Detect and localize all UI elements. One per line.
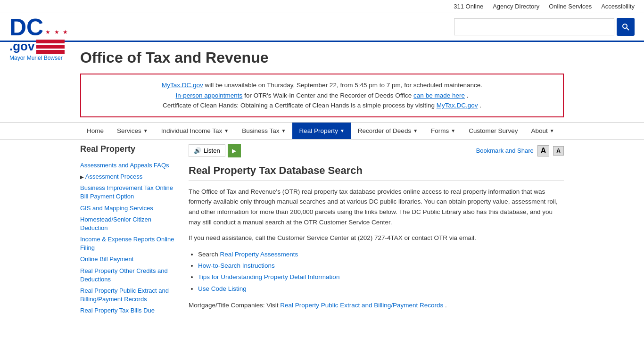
readaloud-button[interactable]: 🔊 Listen: [189, 144, 225, 157]
top-bar: 311 Online Agency Directory Online Servi…: [0, 0, 644, 13]
nav-business-tax[interactable]: Business Tax ▼: [235, 123, 292, 139]
search-area: [454, 18, 635, 36]
chevron-down-icon: ▼: [224, 128, 229, 133]
chevron-down-icon: ▼: [340, 128, 345, 133]
main-content: Real Property Assessments and Appeals FA…: [0, 144, 644, 317]
logo-dc-text: DC: [9, 16, 43, 39]
sidebar-item-tax-bills[interactable]: Real Property Tax Bills Due: [80, 305, 179, 316]
mortgage-link[interactable]: Real Property Public Extract and Billing…: [280, 302, 443, 309]
nav-recorder-deeds[interactable]: Recorder of Deeds ▼: [351, 123, 424, 139]
alert-inperson-link[interactable]: In-person appointments: [176, 92, 243, 99]
svg-point-0: [623, 24, 627, 28]
top-bar-online-services[interactable]: Online Services: [549, 3, 592, 10]
content-para2: If you need assistance, call the Custome…: [189, 233, 564, 243]
play-icon: ▶: [232, 148, 236, 154]
nav-services[interactable]: Services ▼: [110, 123, 155, 139]
chevron-down-icon: ▼: [281, 128, 286, 133]
mayor-link[interactable]: Mayor Muriel Bowser: [9, 55, 69, 61]
alert-line2: In-person appointments for OTR's Walk-In…: [91, 90, 553, 101]
alert-line2-text: for OTR's Walk-In Center and the Recorde…: [244, 92, 413, 99]
content-area: 🔊 Listen ▶ Bookmark and Share A A Real P…: [189, 144, 564, 317]
nav-income-tax[interactable]: Individual Income Tax ▼: [155, 123, 235, 139]
sidebar-item-homestead[interactable]: Homestead/Senior Citizen Deduction: [80, 214, 179, 234]
top-bar-agency[interactable]: Agency Directory: [493, 3, 539, 10]
sidebar-item-online-bill[interactable]: Online Bill Payment: [80, 254, 179, 265]
top-bar-311[interactable]: 311 Online: [454, 3, 483, 10]
logo-red-bars: [36, 40, 65, 54]
nav-about[interactable]: About ▼: [525, 123, 561, 139]
play-button[interactable]: ▶: [228, 144, 241, 157]
alert-mytax-link1[interactable]: MyTax.DC.gov: [162, 82, 203, 89]
nav-forms[interactable]: Forms ▼: [424, 123, 462, 139]
link-howto-search[interactable]: How-to-Search Instructions: [198, 262, 275, 269]
chevron-down-icon: ▼: [413, 128, 418, 133]
search-button[interactable]: [617, 18, 635, 36]
sidebar: Real Property Assessments and Appeals FA…: [80, 144, 179, 317]
list-item: Search Real Property Assessments: [198, 249, 564, 260]
top-bar-accessibility[interactable]: Accessibility: [601, 3, 635, 10]
link-real-property-assessments[interactable]: Real Property Assessments: [220, 251, 298, 258]
list-item: Tips for Understanding Property Detail I…: [198, 272, 564, 283]
bookmark-share-link[interactable]: Bookmark and Share: [476, 147, 534, 154]
logo-stars: ★ ★ ★: [45, 29, 69, 35]
speaker-icon: 🔊: [194, 147, 201, 154]
content-para1: The Office of Tax and Revenue's (OTR) re…: [189, 187, 564, 227]
alert-madhere-link[interactable]: can be made here: [413, 92, 465, 99]
header: DC ★ ★ ★ .gov Mayor Muriel Bowser: [0, 13, 644, 42]
list-item: How-to-Search Instructions: [198, 260, 564, 272]
alert-line3-text: Certificate of Clean Hands: Obtaining a …: [163, 102, 437, 109]
svg-line-1: [627, 28, 629, 30]
content-title: Real Property Tax Database Search: [189, 165, 564, 181]
listen-controls: 🔊 Listen ▶: [189, 144, 241, 157]
search-icon: [622, 23, 629, 31]
sidebar-item-business-improvement[interactable]: Business Improvement Tax Online Bill Pay…: [80, 182, 179, 202]
sidebar-item-income-expense[interactable]: Income & Expense Reports Online Filing: [80, 234, 179, 254]
alert-mytax-link2[interactable]: MyTax.DC.gov: [437, 102, 478, 109]
alert-line3: Certificate of Clean Hands: Obtaining a …: [91, 100, 553, 111]
link-use-code[interactable]: Use Code Listing: [198, 285, 247, 292]
sidebar-item-assessment-process[interactable]: Assessment Process: [80, 171, 179, 182]
sidebar-item-assessments-appeals[interactable]: Assessments and Appeals FAQs: [80, 160, 179, 171]
chevron-down-icon: ▼: [550, 128, 554, 133]
chevron-down-icon: ▼: [143, 128, 148, 133]
listen-label: Listen: [204, 147, 220, 154]
logo-gov-text: .gov: [9, 39, 34, 54]
nav-customer-survey[interactable]: Customer Survey: [462, 123, 524, 139]
content-list: Search Real Property Assessments How-to-…: [198, 249, 564, 295]
alert-box: MyTax.DC.gov will be unavailable on Thur…: [80, 74, 564, 117]
main-nav: Home Services ▼ Individual Income Tax ▼ …: [0, 122, 644, 140]
alert-line1-text: will be unavailable on Thursday, Septemb…: [205, 82, 482, 89]
nav-real-property[interactable]: Real Property ▼: [292, 123, 351, 139]
alert-line1: MyTax.DC.gov will be unavailable on Thur…: [91, 80, 553, 90]
sidebar-title: Real Property: [80, 144, 179, 154]
mortgage-end: .: [445, 302, 447, 309]
search-input[interactable]: [454, 18, 614, 35]
page-title-area: Office of Tax and Revenue: [0, 42, 644, 69]
page-title: Office of Tax and Revenue: [80, 49, 564, 66]
logo-area: DC ★ ★ ★ .gov Mayor Muriel Bowser: [9, 16, 69, 61]
sidebar-item-gis[interactable]: GIS and Mapping Services: [80, 203, 179, 214]
toolbar-right: Bookmark and Share A A: [476, 145, 564, 156]
chevron-down-icon: ▼: [451, 128, 455, 133]
sidebar-item-other-credits[interactable]: Real Property Other Credits and Deductio…: [80, 265, 179, 285]
sidebar-item-public-extract[interactable]: Real Property Public Extract and Billing…: [80, 285, 179, 305]
font-decrease-button[interactable]: A: [553, 146, 564, 156]
nav-home[interactable]: Home: [80, 123, 110, 139]
link-tips-understanding[interactable]: Tips for Understanding Property Detail I…: [198, 273, 339, 280]
content-toolbar: 🔊 Listen ▶ Bookmark and Share A A: [189, 144, 564, 157]
mortgage-text: Mortgage/Title Companies: Visit: [189, 302, 280, 309]
font-increase-button[interactable]: A: [537, 145, 550, 156]
dc-gov-logo: DC ★ ★ ★ .gov: [9, 16, 69, 54]
list-item: Use Code Listing: [198, 283, 564, 295]
mortgage-para: Mortgage/Title Companies: Visit Real Pro…: [189, 300, 564, 311]
